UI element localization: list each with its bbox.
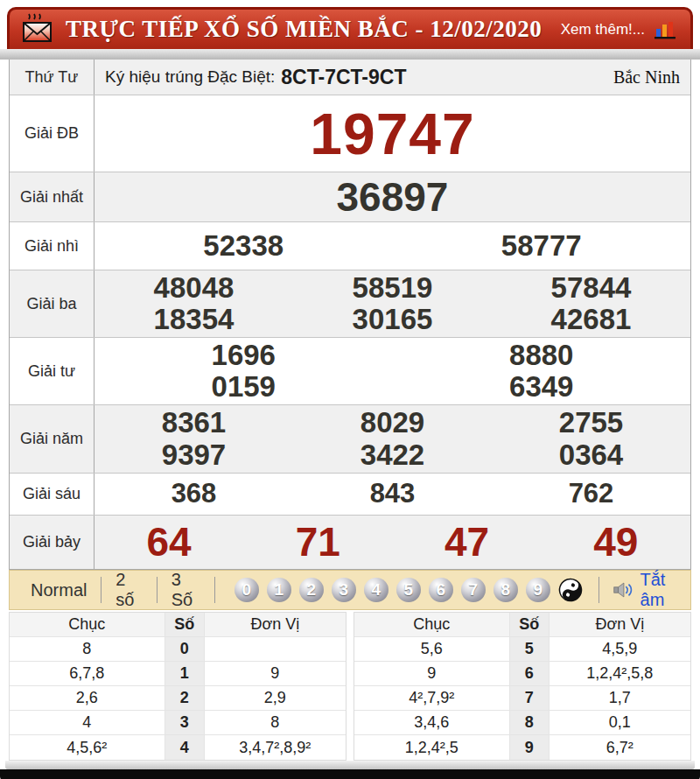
stats-digit: 9 — [509, 735, 550, 760]
stats-chuc: 1,2,4²,5 — [354, 735, 509, 760]
envelope-icon — [22, 13, 53, 46]
prize-number: 49 — [542, 520, 690, 565]
stats-header-so: Số — [509, 613, 550, 636]
prize-number: 57844 — [492, 272, 690, 304]
prize-row-second: Giải nhì 52338 58777 — [10, 221, 690, 270]
stats-digit: 0 — [164, 637, 205, 661]
stats-row: 2,6 2 2,9 — [10, 686, 346, 711]
header-bevel — [0, 49, 700, 60]
stats-header-row: Chục Số Đơn Vị — [354, 613, 690, 637]
bar-chart-icon[interactable] — [654, 20, 676, 39]
stats-chuc: 8 — [10, 637, 164, 661]
prize-number: 64 — [94, 520, 243, 565]
prize-row-first: Giải nhất 36897 — [10, 172, 690, 221]
special-sign-value: 8CT-7CT-9CT — [281, 66, 406, 89]
stats-row: 9 6 1,2,4²,5,8 — [354, 662, 690, 686]
divider — [214, 577, 215, 603]
stats-header-chuc: Chục — [354, 613, 509, 636]
prize-table: Thứ Tư Ký hiệu trúng Đặc Biệt: 8CT-7CT-9… — [9, 60, 691, 570]
control-bar: Normal 2 số 3 Số 0 1 2 3 4 5 6 7 8 9 — [9, 570, 691, 610]
ball-5[interactable]: 5 — [396, 578, 421, 602]
prize-row-seventh: Giải bảy 64 71 47 49 — [10, 515, 690, 569]
province-name: Bắc Ninh — [613, 67, 680, 88]
prize-number: 3422 — [293, 439, 492, 471]
ball-7[interactable]: 7 — [461, 578, 486, 602]
prize-number: 8029 — [293, 407, 492, 439]
page-title: TRỰC TIẾP XỔ SỐ MIỀN BẮC - 12/02/2020 — [66, 16, 542, 43]
stats-digit: 1 — [164, 662, 205, 685]
header-banner: TRỰC TIẾP XỔ SỐ MIỀN BẮC - 12/02/2020 Xe… — [7, 7, 693, 49]
mode-2so-button[interactable]: 2 số — [102, 566, 157, 614]
ball-1[interactable]: 1 — [267, 578, 291, 602]
stats-donvi — [205, 637, 346, 661]
stats-chuc: 9 — [354, 662, 509, 685]
prize-label: Giải tư — [10, 338, 94, 404]
prize-label: Giải năm — [10, 405, 94, 473]
prize-label: Giải sáu — [10, 474, 94, 515]
ball-6[interactable]: 6 — [429, 578, 453, 602]
prize-number: 48048 — [94, 272, 293, 304]
stats-header-so: Số — [164, 613, 205, 636]
prize-number: 47 — [393, 520, 542, 565]
stats-donvi: 3,4,7²,8,9² — [205, 735, 346, 760]
mute-label: Tắt âm — [640, 570, 684, 610]
prize-number: 19747 — [94, 105, 690, 163]
prize-row-fifth: Giải năm 8361 8029 2755 9397 3422 0364 — [10, 404, 690, 473]
see-more-link[interactable]: Xem thêm!... — [561, 21, 645, 39]
speaker-icon — [613, 579, 634, 600]
prize-number: 36897 — [94, 175, 690, 220]
stats-donvi: 4,5,9 — [550, 637, 690, 661]
stats-row: 4,5,6² 4 3,4,7²,8,9² — [10, 735, 346, 760]
mode-3so-button[interactable]: 3 Số — [158, 566, 214, 614]
stats-header-row: Chục Số Đơn Vị — [10, 613, 346, 637]
stats-donvi: 6,7² — [550, 735, 690, 760]
stats-donvi: 0,1 — [550, 711, 690, 734]
prize-number: 0364 — [492, 439, 690, 471]
stats-digit: 8 — [509, 711, 550, 734]
prize-number: 58777 — [393, 230, 691, 262]
stats-chuc: 5,6 — [354, 637, 509, 661]
stats-donvi: 9 — [205, 662, 346, 685]
ball-9[interactable]: 9 — [526, 578, 550, 602]
stats-chuc: 3,4,6 — [354, 711, 509, 734]
stats-chuc: 4,5,6² — [10, 735, 164, 760]
stats-digit: 4 — [164, 735, 205, 760]
stats-digit: 2 — [164, 686, 205, 710]
stats-header-donvi: Đơn Vị — [205, 613, 346, 636]
prize-label: Giải nhì — [10, 222, 94, 270]
prize-number: 368 — [94, 479, 293, 509]
prize-number: 6349 — [393, 371, 691, 403]
mode-normal-button[interactable]: Normal — [17, 577, 101, 604]
stats-donvi: 8 — [205, 711, 346, 734]
ball-3[interactable]: 3 — [332, 578, 356, 602]
stats-row: 6,7,8 1 9 — [10, 662, 346, 686]
digit-balls: 0 1 2 3 4 5 6 7 8 9 — [234, 578, 583, 602]
stats-donvi: 2,9 — [205, 686, 346, 710]
stats-donvi: 1,2,4²,5,8 — [550, 662, 690, 685]
stats-digit: 5 — [509, 637, 550, 661]
prize-row-fourth: Giải tư 1696 8880 0159 6349 — [10, 337, 690, 404]
ball-4[interactable]: 4 — [364, 578, 388, 602]
prize-number: 8880 — [393, 340, 691, 371]
mute-button[interactable]: Tắt âm — [613, 570, 683, 610]
stats-row: 4²,7,9² 7 1,7 — [354, 686, 690, 711]
stats-donvi: 1,7 — [550, 686, 690, 710]
prize-number: 0159 — [94, 371, 393, 403]
prize-number: 71 — [243, 520, 392, 565]
prize-number: 8361 — [94, 407, 293, 439]
yin-yang-icon[interactable] — [558, 578, 583, 602]
divider — [598, 577, 599, 603]
prize-row-third: Giải ba 48048 58519 57844 18354 30165 42… — [10, 270, 690, 337]
stats-digit: 7 — [509, 686, 550, 710]
stats-table-left: Chục Số Đơn Vị 8 0 6,7,8 1 9 2,6 2 2,9 4 — [9, 612, 346, 761]
prize-label: Giải nhất — [10, 172, 94, 221]
weekday-label: Thứ Tư — [10, 60, 94, 95]
prize-number: 1696 — [94, 340, 393, 371]
ball-2[interactable]: 2 — [299, 578, 324, 602]
ball-0[interactable]: 0 — [234, 578, 259, 602]
ball-8[interactable]: 8 — [494, 578, 518, 602]
prize-number: 9397 — [94, 439, 293, 471]
footer-bar — [0, 769, 700, 779]
footer-bevel — [5, 761, 695, 769]
stats-digit: 3 — [164, 711, 205, 734]
